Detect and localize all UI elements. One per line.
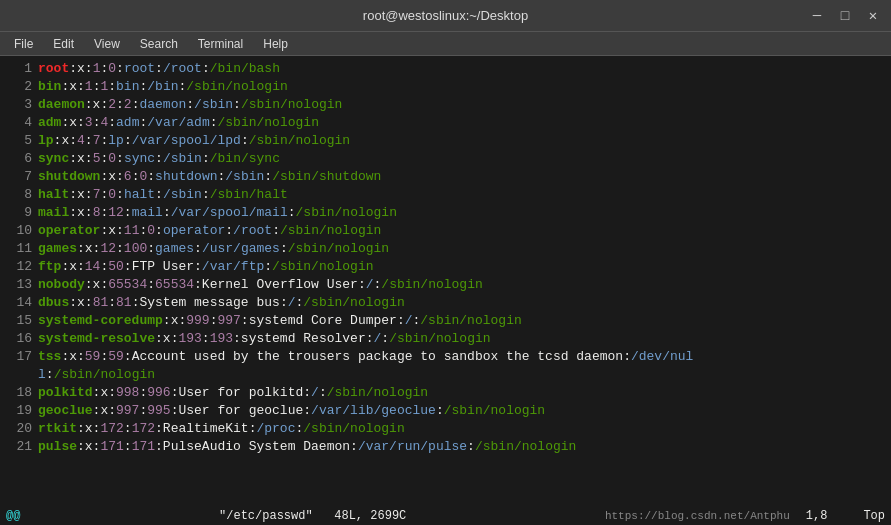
watermark: https://blog.csdn.net/Antphu xyxy=(605,510,790,522)
table-row: 11 games:x:12:100:games:/usr/games:/sbin… xyxy=(4,240,887,258)
title-bar: root@westoslinux:~/Desktop ─ □ ✕ xyxy=(0,0,891,32)
table-row: 3 daemon:x:2:2:daemon:/sbin:/sbin/nologi… xyxy=(4,96,887,114)
menu-search[interactable]: Search xyxy=(130,35,188,53)
close-button[interactable]: ✕ xyxy=(863,6,883,26)
minimize-button[interactable]: ─ xyxy=(807,6,827,26)
menu-bar: File Edit View Search Terminal Help xyxy=(0,32,891,56)
file-info: "/etc/passwd" 48L, 2699C xyxy=(219,509,406,523)
window-title: root@westoslinux:~/Desktop xyxy=(363,8,528,23)
file-stats: 48L, 2699C xyxy=(334,509,406,523)
table-row: 6 sync:x:5:0:sync:/sbin:/bin/sync xyxy=(4,150,887,168)
window-controls[interactable]: ─ □ ✕ xyxy=(807,6,883,26)
table-row: 18 polkitd:x:998:996:User for polkitd:/:… xyxy=(4,384,887,402)
menu-edit[interactable]: Edit xyxy=(43,35,84,53)
table-row: 14 dbus:x:81:81:System message bus:/:/sb… xyxy=(4,294,887,312)
menu-view[interactable]: View xyxy=(84,35,130,53)
table-row: l:/sbin/nologin xyxy=(4,366,887,384)
table-row: 21 pulse:x:171:171:PulseAudio System Dae… xyxy=(4,438,887,456)
table-row: 8 halt:x:7:0:halt:/sbin:/sbin/halt xyxy=(4,186,887,204)
table-row: 19 geoclue:x:997:995:User for geoclue:/v… xyxy=(4,402,887,420)
filename: "/etc/passwd" xyxy=(219,509,313,523)
maximize-button[interactable]: □ xyxy=(835,6,855,26)
table-row: 13 nobody:x:65534:65534:Kernel Overflow … xyxy=(4,276,887,294)
table-row: 4 adm:x:3:4:adm:/var/adm:/sbin/nologin xyxy=(4,114,887,132)
terminal-content: 1 root:x:1:0:root:/root:/bin/bash 2 bin:… xyxy=(0,58,891,458)
menu-file[interactable]: File xyxy=(4,35,43,53)
cursor-position: 1,8 Top xyxy=(806,509,885,523)
menu-terminal[interactable]: Terminal xyxy=(188,35,253,53)
table-row: 10 operator:x:11:0:operator:/root:/sbin/… xyxy=(4,222,887,240)
table-row: 20 rtkit:x:172:172:RealtimeKit:/proc:/sb… xyxy=(4,420,887,438)
terminal-area[interactable]: 1 root:x:1:0:root:/root:/bin/bash 2 bin:… xyxy=(0,56,891,525)
table-row: 12 ftp:x:14:50:FTP User:/var/ftp:/sbin/n… xyxy=(4,258,887,276)
table-row: 1 root:x:1:0:root:/root:/bin/bash xyxy=(4,60,887,78)
table-row: 2 bin:x:1:1:bin:/bin:/sbin/nologin xyxy=(4,78,887,96)
table-row: 5 lp:x:4:7:lp:/var/spool/lpd:/sbin/nolog… xyxy=(4,132,887,150)
status-bar: @@ "/etc/passwd" 48L, 2699C https://blog… xyxy=(0,507,891,525)
table-row: 7 shutdown:x:6:0:shutdown:/sbin:/sbin/sh… xyxy=(4,168,887,186)
status-right-group: https://blog.csdn.net/Antphu 1,8 Top xyxy=(605,509,885,523)
double-at-indicator: @@ xyxy=(6,509,20,523)
table-row: 17 tss:x:59:59:Account used by the trous… xyxy=(4,348,887,366)
table-row: 9 mail:x:8:12:mail:/var/spool/mail:/sbin… xyxy=(4,204,887,222)
status-left-text: @@ xyxy=(6,509,20,523)
menu-help[interactable]: Help xyxy=(253,35,298,53)
table-row: 16 systemd-resolve:x:193:193:systemd Res… xyxy=(4,330,887,348)
table-row: 15 systemd-coredump:x:999:997:systemd Co… xyxy=(4,312,887,330)
